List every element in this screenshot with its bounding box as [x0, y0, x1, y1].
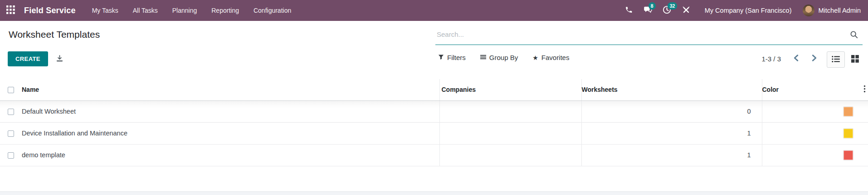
pager-previous-button[interactable]	[793, 55, 799, 63]
row-companies[interactable]	[439, 144, 581, 166]
select-all-checkbox[interactable]	[8, 87, 14, 93]
chevron-right-icon	[811, 55, 817, 63]
download-icon	[56, 55, 63, 64]
row-name[interactable]: Device Installation and Maintenance	[20, 122, 439, 144]
messages-badge: 8	[649, 2, 656, 10]
tools-button[interactable]	[677, 0, 696, 21]
search-options: Filters Group By ★ Favorites	[438, 54, 569, 61]
color-swatch[interactable]	[844, 107, 853, 116]
row-checkbox[interactable]	[8, 152, 14, 159]
kanban-view-button[interactable]	[846, 51, 864, 68]
pager-next-button[interactable]	[811, 55, 817, 63]
group-by-icon	[480, 54, 486, 61]
favorites-label: Favorites	[541, 54, 570, 61]
nav-menu-item-reporting[interactable]: Reporting	[204, 0, 246, 21]
control-panel-top: Worksheet Templates	[0, 21, 868, 45]
apps-menu-button[interactable]	[0, 5, 20, 15]
search-bar	[435, 24, 863, 45]
search-input[interactable]	[435, 24, 863, 45]
group-by-label: Group By	[489, 54, 518, 61]
worksheet-templates-table: Name Companies Worksheets Color Default …	[0, 79, 868, 166]
bottom-strip	[0, 191, 868, 195]
row-worksheets[interactable]: 1	[581, 144, 762, 166]
filter-funnel-icon	[438, 54, 444, 61]
nav-menu-item-all-tasks[interactable]: All Tasks	[126, 0, 165, 21]
create-button[interactable]: CREATE	[8, 51, 48, 66]
column-header-worksheets[interactable]: Worksheets	[581, 79, 762, 100]
chevron-left-icon	[793, 55, 799, 63]
list-view-icon	[832, 55, 840, 64]
nav-menu-item-configuration[interactable]: Configuration	[246, 0, 298, 21]
user-name: Mitchell Admin	[819, 7, 861, 14]
column-header-name[interactable]: Name	[20, 79, 439, 100]
activities-badge: 32	[668, 2, 678, 10]
nav-menu-item-planning[interactable]: Planning	[165, 0, 205, 21]
color-swatch[interactable]	[844, 150, 853, 160]
row-name[interactable]: Default Worksheet	[20, 100, 439, 122]
pager-value[interactable]: 1-3 / 3	[761, 55, 781, 63]
nav-right: 8 32 My Company (San Francisco) Mitchell…	[619, 0, 868, 21]
control-panel-bottom: CREATE Filters Group By ★ Favorites	[0, 45, 868, 67]
row-worksheets[interactable]: 0	[581, 100, 762, 122]
template-rows: Default Worksheet 0 Device Installation …	[0, 100, 868, 166]
company-switcher[interactable]: My Company (San Francisco)	[696, 7, 801, 14]
table-row[interactable]: demo template 1	[0, 144, 868, 166]
row-checkbox[interactable]	[8, 109, 14, 115]
messages-button[interactable]: 8	[639, 0, 658, 21]
nav-menu-item-my-tasks[interactable]: My Tasks	[85, 0, 126, 21]
favorites-button[interactable]: ★ Favorites	[532, 54, 569, 61]
table-header-row: Name Companies Worksheets Color	[0, 79, 868, 100]
voip-phone-button[interactable]	[619, 0, 639, 21]
kanban-view-icon	[851, 55, 859, 64]
page-title: Worksheet Templates	[9, 29, 100, 40]
view-switcher	[827, 51, 864, 68]
row-worksheets[interactable]: 1	[581, 122, 762, 144]
column-header-companies[interactable]: Companies	[439, 79, 581, 100]
row-checkbox[interactable]	[8, 130, 14, 137]
vertical-ellipsis-icon	[863, 85, 866, 95]
row-companies[interactable]	[439, 100, 581, 122]
column-header-color[interactable]: Color	[762, 79, 868, 100]
phone-icon	[625, 6, 633, 15]
export-button[interactable]	[56, 55, 63, 64]
star-icon: ★	[532, 55, 538, 61]
search-icon[interactable]	[850, 30, 858, 40]
activities-button[interactable]: 32	[658, 0, 677, 21]
row-companies[interactable]	[439, 122, 581, 144]
top-nav: Field Service My Tasks All Tasks Plannin…	[0, 0, 868, 21]
table-row[interactable]: Default Worksheet 0	[0, 100, 868, 122]
column-header-color-label: Color	[762, 86, 779, 93]
color-swatch[interactable]	[844, 129, 853, 138]
user-avatar	[803, 5, 814, 16]
nav-menu: My Tasks All Tasks Planning Reporting Co…	[85, 0, 299, 21]
apps-grid-icon	[6, 5, 15, 15]
filters-button[interactable]: Filters	[438, 54, 466, 61]
list-view-button[interactable]	[827, 51, 845, 68]
pager: 1-3 / 3	[761, 55, 817, 63]
table-row[interactable]: Device Installation and Maintenance 1	[0, 122, 868, 144]
tools-icon	[682, 6, 690, 15]
row-name[interactable]: demo template	[20, 144, 439, 166]
filters-label: Filters	[447, 54, 466, 61]
group-by-button[interactable]: Group By	[480, 54, 518, 61]
optional-columns-toggle[interactable]	[863, 85, 866, 95]
app-name[interactable]: Field Service	[24, 6, 76, 15]
user-menu[interactable]: Mitchell Admin	[801, 5, 868, 16]
